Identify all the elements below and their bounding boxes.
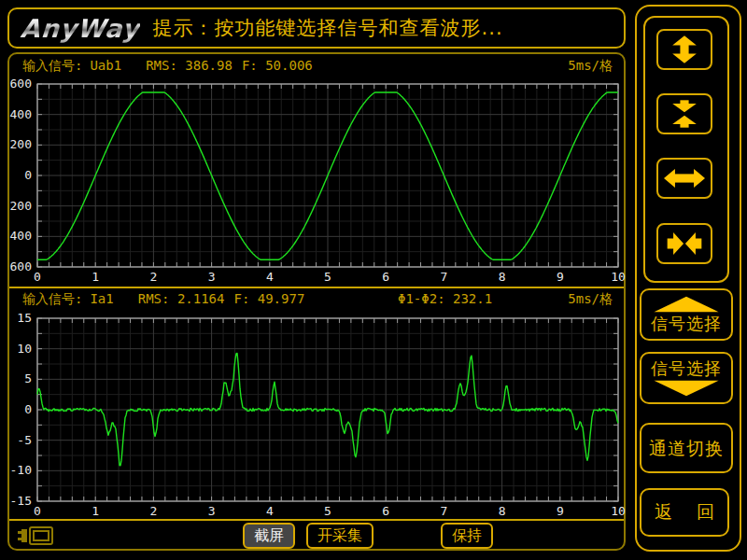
current-waveform-chart: 151050-5-10-15012345678910: [9, 313, 627, 522]
scope1-header: 输入信号:Uab1RMS: 386.98F: 50.006 5ms/格: [9, 58, 624, 78]
svg-text:10: 10: [611, 270, 626, 284]
svg-text:6: 6: [382, 504, 389, 518]
horizontal-compress-button[interactable]: [656, 223, 712, 264]
compress-horizontal-icon: [664, 230, 705, 258]
svg-text:-15: -15: [10, 494, 32, 508]
svg-text:1: 1: [92, 504, 99, 518]
back-label-right: 回: [697, 500, 714, 525]
scope-separator: [9, 287, 624, 288]
voltage-waveform-chart: 6004002000-200-400-600012345678910: [9, 78, 627, 287]
svg-text:8: 8: [499, 504, 506, 518]
scope1-rms-value: RMS: 386.98: [146, 58, 233, 73]
svg-text:-400: -400: [9, 229, 32, 243]
channel-switch-button[interactable]: 通道切换: [640, 423, 733, 473]
signal-select-up-label: 信号选择: [651, 314, 722, 334]
svg-text:9: 9: [557, 504, 564, 518]
sidebar: 信号选择 信号选择 通道切换 返 回: [635, 5, 741, 552]
title-bar: AnyWay 提示：按功能键选择信号和查看波形...: [7, 7, 626, 49]
svg-text:10: 10: [611, 504, 626, 518]
svg-text:3: 3: [208, 504, 216, 518]
svg-text:-200: -200: [9, 199, 32, 213]
svg-text:600: 600: [10, 78, 32, 91]
scope1-timebase: 5ms/格: [568, 58, 613, 75]
tip-text: 提示：按功能键选择信号和查看波形...: [153, 15, 503, 41]
signal-select-down-button[interactable]: 信号选择: [640, 352, 733, 404]
signal-select-down-label: 信号选择: [651, 358, 722, 379]
scope1-signal-name: Uab1: [90, 58, 121, 73]
svg-text:5: 5: [324, 270, 331, 284]
svg-text:4: 4: [266, 270, 274, 284]
svg-text:-10: -10: [10, 463, 32, 477]
svg-text:5: 5: [324, 504, 331, 518]
svg-text:3: 3: [208, 270, 216, 284]
svg-text:2: 2: [149, 270, 157, 284]
svg-text:5: 5: [24, 371, 32, 385]
svg-text:-600: -600: [9, 259, 32, 273]
svg-text:7: 7: [440, 270, 447, 284]
hold-button[interactable]: 保持: [441, 523, 493, 549]
svg-text:10: 10: [17, 342, 32, 356]
triangle-up-icon: [649, 295, 724, 314]
svg-text:6: 6: [382, 270, 389, 284]
triangle-down-icon: [649, 379, 724, 398]
svg-text:15: 15: [17, 313, 32, 325]
scope2-signal-label: 输入信号:: [22, 291, 82, 306]
battery-icon: [17, 525, 54, 546]
scope2-freq-value: F: 49.977: [233, 291, 304, 306]
scope2-signal-name: Ia1: [90, 291, 113, 306]
vertical-expand-button[interactable]: [656, 29, 712, 70]
scope2-header: 输入信号:Ia1RMS: 2.1164F: 49.977 Φ1-Φ2: 232.…: [9, 291, 624, 312]
expand-vertical-icon: [664, 35, 705, 63]
compress-vertical-icon: [664, 100, 705, 128]
svg-text:1: 1: [92, 270, 99, 284]
back-button[interactable]: 返 回: [640, 488, 729, 537]
svg-text:0: 0: [34, 504, 41, 518]
scope1-freq-value: F: 50.006: [242, 58, 313, 73]
horizontal-expand-button[interactable]: [656, 158, 712, 199]
scope2-rms-value: RMS: 2.1164: [138, 291, 225, 306]
svg-text:8: 8: [499, 270, 506, 284]
scope-panel: 输入信号:Uab1RMS: 386.98F: 50.006 5ms/格 6004…: [7, 52, 626, 551]
channel-switch-label: 通道切换: [649, 438, 724, 458]
svg-text:4: 4: [266, 504, 274, 518]
back-label-left: 返: [655, 500, 672, 525]
anyway-logo: AnyWay: [20, 14, 141, 43]
svg-text:7: 7: [440, 504, 447, 518]
signal-select-up-button[interactable]: 信号选择: [640, 288, 733, 341]
start-acquisition-button[interactable]: 开采集: [306, 523, 374, 549]
svg-text:0: 0: [24, 402, 32, 416]
bottom-bar: 截屏 开采集 保持: [9, 521, 624, 547]
scope2-timebase: 5ms/格: [568, 291, 613, 308]
svg-text:0: 0: [34, 270, 41, 284]
svg-text:0: 0: [24, 168, 32, 182]
svg-text:-5: -5: [17, 433, 32, 447]
svg-text:9: 9: [557, 270, 564, 284]
svg-text:200: 200: [10, 137, 32, 151]
vertical-compress-button[interactable]: [656, 93, 712, 134]
svg-text:2: 2: [149, 504, 157, 518]
screenshot-button[interactable]: 截屏: [243, 523, 295, 549]
zoom-button-group: [643, 16, 729, 283]
scope2-phase-diff: Φ1-Φ2: 232.1: [398, 291, 492, 306]
scope1-signal-label: 输入信号:: [22, 58, 82, 73]
expand-horizontal-icon: [664, 164, 705, 192]
svg-text:400: 400: [10, 107, 32, 121]
